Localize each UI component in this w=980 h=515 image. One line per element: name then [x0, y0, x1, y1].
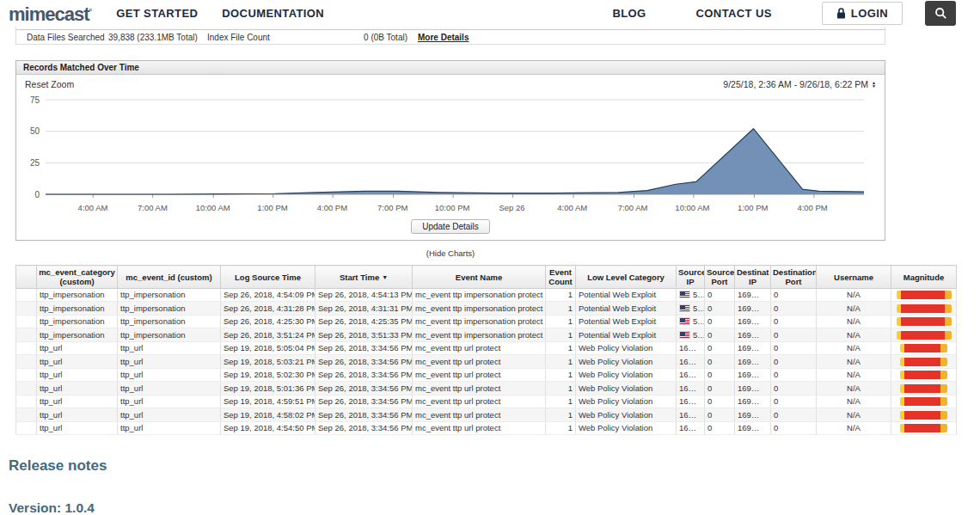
column-header-label: Username — [834, 273, 873, 282]
login-button[interactable]: LOGIN — [822, 2, 903, 25]
records-chart-panel: Records Matched Over Time Reset Zoom 9/2… — [15, 60, 885, 241]
nav-get-started[interactable]: GET STARTED — [116, 7, 198, 20]
nav-blog[interactable]: BLOG — [612, 7, 646, 20]
cell-source-port: 0 — [705, 408, 735, 421]
cell-magnitude — [891, 408, 957, 421]
cell-magnitude — [891, 395, 957, 408]
magnitude-bar — [897, 304, 952, 313]
nav-documentation[interactable]: DOCUMENTATION — [222, 7, 324, 20]
column-header-event-count[interactable]: Event Count — [546, 266, 576, 289]
cell-destination-ip: 169… — [735, 382, 771, 395]
x-axis-tick-label: 1:00 PM — [257, 203, 287, 212]
x-axis-tick-label: 4:00 PM — [317, 203, 347, 212]
cell-destination-ip: 169… — [735, 341, 771, 354]
cell-event-count: 1 — [546, 421, 576, 434]
cell-category: ttp_url — [37, 341, 118, 354]
date-range-selector[interactable]: 9/25/18, 2:36 AM - 9/26/18, 6:22 PM ▲▼ — [723, 79, 876, 89]
cell-start-time: Sep 26, 2018, 3:34:56 PM — [315, 355, 413, 368]
cell-event-name: mc_event ttp url protect — [413, 421, 546, 434]
cell-event-id: ttp_impersonation — [118, 315, 221, 328]
cell-username: N/A — [817, 382, 891, 395]
cell-event-name: mc_event ttp url protect — [413, 341, 546, 354]
search-button[interactable] — [925, 1, 956, 26]
event-row[interactable]: ttp_urlttp_urlSep 19, 2018, 5:02:30 PMSe… — [16, 368, 957, 381]
nav-contact-us[interactable]: CONTACT US — [696, 7, 772, 20]
column-header-start-time[interactable]: Start Time▼ — [315, 266, 413, 289]
column-header-destination-ip[interactable]: Destinat IP — [735, 266, 771, 289]
login-label: LOGIN — [851, 7, 888, 20]
cell-source-port: 0 — [705, 302, 735, 315]
column-header-rownum[interactable] — [16, 266, 37, 289]
event-row[interactable]: ttp_impersonationttp_impersonationSep 26… — [16, 289, 957, 302]
cell-log-source-time: Sep 19, 2018, 4:59:51 PM — [221, 395, 315, 408]
column-header-label: Start Time — [340, 273, 379, 282]
hide-charts-link[interactable]: (Hide Charts) — [15, 241, 885, 265]
x-axis-tick-label: Sep 26 — [499, 203, 524, 212]
logo-mark: ° — [89, 7, 93, 15]
cell-destination-port: 0 — [771, 368, 817, 381]
cell-rownum — [16, 315, 37, 328]
cell-start-time: Sep 26, 2018, 3:34:56 PM — [315, 408, 413, 421]
cell-rownum — [16, 395, 37, 408]
column-header-destination-port[interactable]: Destination Port — [771, 266, 817, 289]
magnitude-bar — [900, 411, 947, 420]
column-header-username[interactable]: Username — [817, 266, 891, 289]
cell-event-count: 1 — [546, 408, 576, 421]
cell-event-name: mc_event ttp url protect — [413, 382, 546, 395]
event-row[interactable]: ttp_urlttp_urlSep 19, 2018, 4:54:50 PMSe… — [16, 421, 957, 434]
event-row[interactable]: ttp_impersonationttp_impersonationSep 26… — [16, 302, 957, 315]
event-row[interactable]: ttp_impersonationttp_impersonationSep 26… — [16, 315, 957, 328]
cell-event-count: 1 — [546, 302, 576, 315]
more-details-link[interactable]: More Details — [418, 33, 469, 42]
event-row[interactable]: ttp_urlttp_urlSep 19, 2018, 4:59:51 PMSe… — [16, 395, 957, 408]
cell-log-source-time: Sep 19, 2018, 5:05:04 PM — [221, 341, 315, 354]
cell-rownum — [16, 302, 37, 315]
cell-event-count: 1 — [546, 341, 576, 354]
cell-source-ip: 5… — [677, 328, 705, 341]
event-row[interactable]: ttp_urlttp_urlSep 19, 2018, 4:58:02 PMSe… — [16, 408, 957, 421]
cell-destination-port: 0 — [771, 395, 817, 408]
cell-start-time: Sep 26, 2018, 3:34:56 PM — [315, 368, 413, 381]
cell-rownum — [16, 382, 37, 395]
header-right: BLOG CONTACT US LOGIN — [612, 1, 980, 26]
mimecast-logo[interactable]: mimecast° — [9, 0, 92, 26]
records-over-time-chart[interactable]: 0255075 — [20, 91, 881, 203]
column-header-magnitude[interactable]: Magnitude — [891, 266, 957, 289]
column-header-source-ip[interactable]: Source IP — [677, 266, 705, 289]
column-header-event-id[interactable]: mc_event_id (custom) — [118, 266, 221, 289]
update-details-button[interactable]: Update Details — [411, 219, 490, 234]
event-row[interactable]: ttp_urlttp_urlSep 19, 2018, 5:05:04 PMSe… — [16, 341, 957, 354]
event-row[interactable]: ttp_impersonationttp_impersonationSep 26… — [16, 328, 957, 341]
event-row[interactable]: ttp_urlttp_urlSep 19, 2018, 5:01:36 PMSe… — [16, 382, 957, 395]
column-header-category[interactable]: mc_event_category (custom) — [37, 266, 118, 289]
column-header-log-source-time[interactable]: Log Source Time — [221, 266, 315, 289]
column-header-event-name[interactable]: Event Name — [413, 266, 546, 289]
cell-destination-ip: 169… — [735, 368, 771, 381]
cell-rownum — [16, 355, 37, 368]
cell-log-source-time: Sep 19, 2018, 4:54:50 PM — [221, 421, 315, 434]
cell-event-name: mc_event ttp impersonation protect — [413, 315, 546, 328]
cell-rownum — [16, 289, 37, 302]
chart-svg: 0255075 — [20, 91, 883, 203]
cell-destination-port: 0 — [771, 328, 817, 341]
reset-zoom-button[interactable]: Reset Zoom — [25, 79, 74, 89]
chart-panel-title: Records Matched Over Time — [16, 61, 885, 75]
cell-event-name: mc_event ttp url protect — [413, 368, 546, 381]
event-row[interactable]: ttp_urlttp_urlSep 19, 2018, 5:03:21 PMSe… — [16, 355, 957, 368]
cell-source-ip: 16… — [677, 355, 705, 368]
us-flag-icon — [679, 291, 690, 298]
cell-event-name: mc_event ttp url protect — [413, 395, 546, 408]
cell-start-time: Sep 26, 2018, 4:25:35 PM — [315, 315, 413, 328]
cell-log-source-time: Sep 19, 2018, 5:01:36 PM — [221, 382, 315, 395]
magnitude-bar — [900, 384, 947, 393]
magnitude-bar — [900, 397, 947, 406]
cell-event-id: ttp_url — [118, 368, 221, 381]
cell-source-ip: 16… — [677, 341, 705, 354]
cell-source-ip: 5… — [677, 315, 705, 328]
cell-category: ttp_url — [37, 421, 118, 434]
x-axis-tick-label: 4:00 AM — [78, 203, 108, 212]
cell-destination-port: 0 — [771, 421, 817, 434]
column-header-source-port[interactable]: Source Port — [705, 266, 735, 289]
column-header-low-level-category[interactable]: Low Level Category — [576, 266, 677, 289]
cell-username: N/A — [817, 315, 891, 328]
